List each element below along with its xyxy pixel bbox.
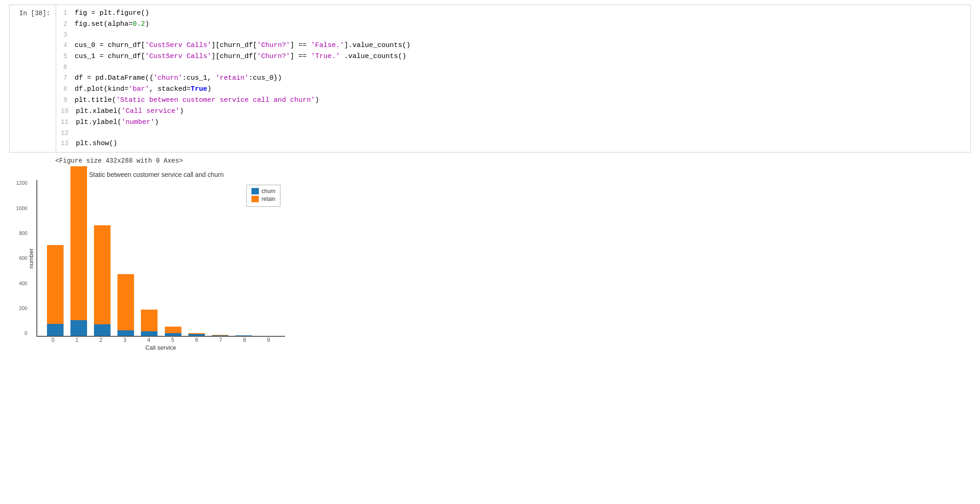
x-axis-labels: 0123456789 (36, 337, 285, 343)
churn-bar (47, 324, 64, 336)
code-line: 9plt.title('Static between customer serv… (61, 95, 966, 106)
y-axis-labels: 020040060080010001200 (16, 180, 27, 336)
chart-inner: 020040060080010001200 churnretain 012345… (36, 180, 285, 351)
legend-label: churn (262, 188, 275, 194)
line-number: 9 (61, 95, 75, 106)
x-tick: 4 (137, 337, 161, 343)
x-tick: 7 (209, 337, 233, 343)
bar-stack (94, 225, 111, 336)
code-line: 3 (61, 30, 966, 40)
code-line: 8df.plot(kind='bar', stacked=True) (61, 84, 966, 95)
x-tick: 3 (113, 337, 137, 343)
bar-stack (70, 166, 87, 336)
figure-size-text: <Figure size 432x288 with 0 Axes> (55, 157, 971, 164)
y-tick: 400 (16, 281, 27, 286)
code-text: fig = plt.figure() (75, 8, 149, 19)
chart-title: Static between customer service call and… (28, 171, 285, 178)
bar-stack (47, 245, 64, 336)
code-line: 10plt.xlabel('Call service') (61, 106, 966, 117)
retain-bar (94, 225, 111, 324)
churn-bar (212, 335, 228, 336)
code-line: 13plt.show() (61, 138, 966, 149)
code-line: 12 (61, 128, 966, 138)
line-number: 6 (61, 62, 75, 72)
y-tick: 1000 (16, 205, 27, 211)
churn-bar (188, 334, 205, 336)
line-number: 13 (61, 138, 76, 149)
churn-bar (165, 333, 181, 336)
code-line: 6 (61, 62, 966, 72)
churn-bar (94, 324, 111, 336)
x-tick: 6 (185, 337, 209, 343)
chart-plot: 020040060080010001200 churnretain (36, 180, 285, 337)
bar-group (209, 180, 231, 336)
legend-item: churn (251, 188, 275, 194)
churn-bar (141, 331, 158, 336)
retain-bar (70, 166, 87, 320)
line-number: 8 (61, 84, 75, 95)
code-text: plt.xlabel('Call service') (76, 106, 184, 117)
legend-item: retain (251, 196, 275, 202)
line-number: 7 (61, 73, 75, 84)
bar-stack (141, 310, 158, 336)
retain-bar (117, 274, 134, 330)
code-line: 2fig.set(alpha=0.2) (61, 19, 966, 30)
churn-bar (235, 335, 252, 336)
y-tick: 1200 (16, 180, 27, 186)
code-line: 11plt.ylabel('number') (61, 117, 966, 128)
x-tick: 5 (161, 337, 185, 343)
bar-stack (212, 335, 228, 336)
chart-container: Static between customer service call and… (28, 171, 285, 351)
line-number: 1 (61, 8, 75, 19)
chart-area: number 020040060080010001200 churnretain… (28, 180, 285, 351)
line-number: 3 (61, 30, 75, 40)
bar-group (185, 180, 208, 336)
x-tick: 1 (65, 337, 89, 343)
cell-label: In [38]: (10, 5, 56, 152)
x-axis-label: Call service (36, 344, 285, 351)
retain-bar (165, 327, 181, 333)
bars-container (42, 180, 280, 336)
churn-bar (70, 320, 87, 336)
legend-color-box (251, 196, 259, 202)
y-tick: 0 (16, 330, 27, 336)
line-number: 2 (61, 19, 75, 30)
bar-stack (165, 327, 181, 336)
line-number: 4 (61, 40, 75, 51)
churn-bar (117, 330, 134, 336)
chart-legend: churnretain (246, 185, 280, 207)
code-text: plt.ylabel('number') (76, 117, 159, 128)
bar-stack (117, 274, 134, 336)
retain-bar (141, 310, 158, 331)
bar-group (91, 180, 113, 336)
line-number: 12 (61, 128, 76, 138)
line-number: 11 (61, 117, 76, 128)
line-number: 10 (61, 106, 76, 117)
code-text: cus_0 = churn_df['CustServ Calls'][churn… (75, 40, 410, 51)
legend-label: retain (262, 196, 275, 202)
code-line: 7df = pd.DataFrame({'churn':cus_1, 'reta… (61, 73, 966, 84)
bar-group (67, 180, 90, 336)
x-tick: 9 (257, 337, 280, 343)
code-cell: In [38]: 1fig = plt.figure()2fig.set(alp… (9, 5, 971, 152)
y-tick: 200 (16, 305, 27, 311)
bar-stack (188, 333, 205, 336)
code-text: plt.title('Static between customer servi… (75, 95, 319, 106)
code-line: 1fig = plt.figure() (61, 8, 966, 19)
x-tick: 0 (41, 337, 65, 343)
x-tick: 2 (89, 337, 113, 343)
code-line: 4cus_0 = churn_df['CustServ Calls'][chur… (61, 40, 966, 51)
bar-group (162, 180, 184, 336)
y-tick: 600 (16, 255, 27, 261)
bar-group (44, 180, 66, 336)
y-axis-label: number (28, 180, 35, 337)
code-text: cus_1 = churn_df['CustServ Calls'][churn… (75, 51, 406, 62)
code-text: df.plot(kind='bar', stacked=True) (75, 84, 211, 95)
bar-group (115, 180, 137, 336)
code-text: plt.show() (76, 138, 117, 149)
y-tick: 800 (16, 230, 27, 236)
cell-code[interactable]: 1fig = plt.figure()2fig.set(alpha=0.2)34… (56, 5, 970, 152)
x-tick: 8 (233, 337, 257, 343)
legend-color-box (251, 188, 259, 194)
bar-stack (235, 335, 252, 336)
